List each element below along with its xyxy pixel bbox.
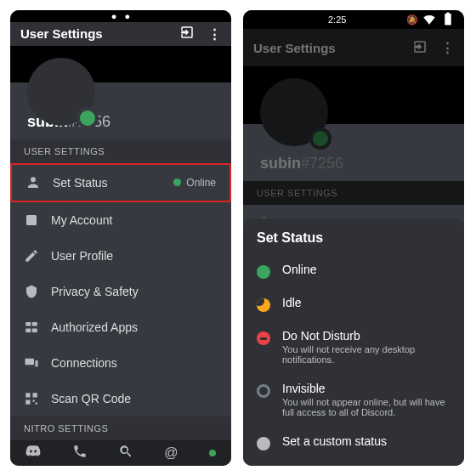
dimmed-background: User Settings ⋮ subin#7256 USER SETTINGS… — [243, 29, 464, 241]
current-status: Online — [173, 177, 216, 189]
svg-rect-12 — [36, 402, 37, 404]
header: User Settings ⋮ — [10, 22, 231, 46]
android-statusbar: 2:25 🔕 — [243, 10, 464, 29]
section-header-nitro: NITRO SETTINGS — [10, 416, 231, 440]
pencil-icon — [24, 248, 39, 264]
svg-point-0 — [31, 177, 36, 182]
shield-icon — [24, 284, 39, 299]
bottom-nav: @ — [10, 440, 231, 466]
svg-rect-11 — [33, 400, 35, 401]
nav-search-icon[interactable] — [118, 444, 133, 462]
settings-screen: ● ● User Settings ⋮ subin#7256 USER SETT… — [10, 10, 231, 466]
idle-moon-icon — [257, 298, 270, 312]
option-idle[interactable]: Idle — [243, 287, 464, 320]
row-set-status[interactable]: Set Status Online — [10, 163, 231, 202]
option-online[interactable]: Online — [243, 254, 464, 287]
svg-rect-3 — [32, 322, 37, 326]
nav-mentions-icon[interactable]: @ — [164, 445, 178, 461]
invisible-icon — [257, 384, 270, 398]
online-dot-icon — [257, 265, 270, 279]
dnd-icon — [257, 332, 270, 345]
page-title: User Settings — [20, 26, 103, 41]
option-dnd[interactable]: Do Not Disturb You will not receive any … — [243, 320, 464, 373]
account-icon — [24, 212, 39, 228]
nav-presence-dot[interactable] — [209, 450, 216, 456]
section-header: USER SETTINGS — [10, 139, 231, 163]
svg-rect-9 — [33, 393, 37, 397]
row-scan-qr[interactable]: Scan QR Code — [10, 381, 231, 416]
overflow-icon[interactable]: ⋮ — [208, 26, 221, 42]
svg-rect-6 — [26, 358, 35, 365]
dnd-statusbar-icon: 🔕 — [406, 14, 418, 26]
row-privacy[interactable]: Privacy & Safety — [10, 274, 231, 309]
row-authorized-apps[interactable]: Authorized Apps — [10, 309, 231, 345]
emoji-icon — [257, 437, 270, 450]
apps-icon — [24, 320, 39, 335]
row-connections[interactable]: Connections — [10, 345, 231, 381]
set-status-sheet: Set Status Online Idle Do Not Disturb Yo… — [243, 218, 464, 466]
svg-rect-8 — [26, 393, 30, 397]
svg-rect-2 — [26, 322, 31, 326]
status-sheet-screen: 2:25 🔕 User Settings ⋮ subin#7256 USER S… — [243, 10, 464, 466]
svg-rect-13 — [445, 14, 451, 26]
battery-icon — [440, 11, 456, 28]
nav-phone-icon[interactable] — [72, 444, 88, 462]
row-user-profile[interactable]: User Profile — [10, 238, 231, 274]
option-custom-status[interactable]: Set a custom status — [243, 426, 464, 459]
presence-dot — [76, 107, 99, 129]
svg-rect-7 — [36, 360, 38, 367]
svg-rect-4 — [26, 328, 31, 332]
svg-rect-1 — [26, 215, 37, 225]
qr-icon — [24, 391, 39, 406]
sheet-title: Set Status — [257, 230, 450, 246]
option-invisible[interactable]: Invisible You will not appear online, bu… — [243, 373, 464, 426]
svg-rect-5 — [32, 328, 37, 332]
nav-discord-icon[interactable] — [26, 444, 41, 462]
clock: 2:25 — [328, 14, 346, 25]
devices-icon — [24, 355, 39, 371]
logout-icon[interactable] — [179, 25, 195, 42]
status-icon — [26, 175, 41, 190]
logout-icon — [412, 39, 428, 57]
row-my-account[interactable]: My Account — [10, 202, 231, 238]
svg-rect-14 — [447, 13, 450, 14]
profile-banner — [10, 46, 231, 82]
wifi-icon — [422, 11, 437, 28]
android-statusbar: ● ● — [10, 10, 231, 22]
svg-rect-10 — [26, 400, 30, 404]
